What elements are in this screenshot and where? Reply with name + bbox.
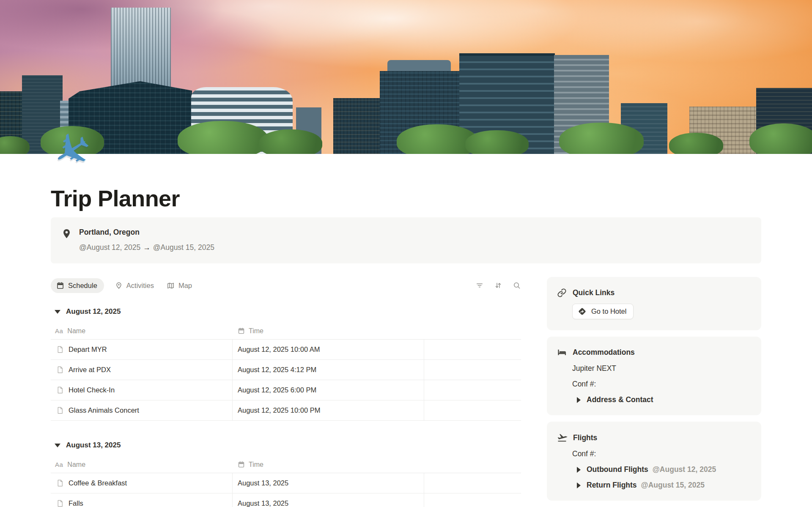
tree — [559, 123, 644, 154]
page-icon — [56, 499, 64, 507]
table-row[interactable]: Arrive at PDX August 12, 2025 4:12 PM — [51, 360, 521, 380]
row-time-cell[interactable]: August 12, 2025 4:12 PM — [233, 360, 424, 380]
row-time-cell[interactable]: August 13, 2025 — [233, 473, 424, 493]
row-time-cell[interactable]: August 13, 2025 — [233, 493, 424, 507]
accommodations-conf-label[interactable]: Conf #: — [572, 380, 750, 389]
page-icon — [56, 366, 64, 374]
tab-schedule-label: Schedule — [68, 282, 97, 290]
page-title[interactable]: Trip Planner — [51, 186, 761, 211]
name-column-label: Name — [67, 461, 85, 469]
navigate-diamond-icon — [578, 307, 587, 316]
return-date-mention[interactable]: @August 15, 2025 — [641, 481, 705, 490]
row-time-value: August 13, 2025 — [238, 499, 288, 507]
outbound-date-mention[interactable]: @August 12, 2025 — [653, 465, 716, 474]
go-to-hotel-label: Go to Hotel — [591, 307, 626, 315]
address-contact-toggle[interactable]: Address & Contact — [577, 395, 750, 404]
section-date: August 13, 2025 — [66, 441, 121, 449]
toggle-right-icon[interactable] — [577, 467, 581, 473]
location-callout[interactable]: Portland, Oregon @August 12, 2025→@Augus… — [51, 217, 761, 263]
sort-icon[interactable] — [494, 281, 502, 290]
schedule-section: August 13, 2025 Aa Name Time Coffee & Br… — [51, 439, 521, 507]
outbound-flights-toggle[interactable]: Outbound Flights @August 12, 2025 — [577, 465, 750, 474]
name-column-header[interactable]: Aa Name — [51, 461, 233, 469]
page-icon — [56, 479, 64, 487]
section-header[interactable]: August 12, 2025 — [51, 306, 521, 318]
bed-icon — [557, 348, 567, 357]
row-name-label: Coffee & Breakfast — [69, 479, 127, 487]
row-name-label: Hotel Check-In — [69, 386, 115, 394]
row-time-cell[interactable]: August 12, 2025 10:00 PM — [233, 400, 424, 420]
row-name-cell[interactable]: Falls — [51, 493, 233, 507]
tab-activities[interactable]: Activities — [113, 278, 156, 293]
tree — [178, 121, 268, 154]
row-extra-cell — [424, 380, 521, 400]
row-name-label: Depart MYR — [69, 345, 107, 354]
table-row[interactable]: Coffee & Breakfast August 13, 2025 — [51, 473, 521, 493]
trip-start-date[interactable]: @August 12, 2025 — [79, 243, 140, 252]
row-time-cell[interactable]: August 12, 2025 6:00 PM — [233, 380, 424, 400]
row-name-cell[interactable]: Coffee & Breakfast — [51, 473, 233, 493]
time-column-header[interactable]: Time — [233, 327, 424, 335]
pin-icon — [115, 282, 123, 289]
tab-activities-label: Activities — [126, 282, 154, 290]
schedule-section: August 12, 2025 Aa Name Time Depart MYR … — [51, 306, 521, 421]
outbound-flights-label: Outbound Flights — [587, 465, 648, 474]
table-row[interactable]: Glass Animals Concert August 12, 2025 10… — [51, 400, 521, 421]
return-flights-toggle[interactable]: Return Flights @August 15, 2025 — [577, 481, 750, 490]
toggle-down-icon[interactable] — [55, 444, 60, 447]
schedule-sections: August 12, 2025 Aa Name Time Depart MYR … — [51, 306, 521, 507]
view-tabs: Schedule Activities Map — [51, 277, 521, 294]
tab-map-label: Map — [178, 282, 192, 290]
search-icon[interactable] — [513, 281, 521, 290]
row-name-cell[interactable]: Glass Animals Concert — [51, 400, 233, 420]
tab-map[interactable]: Map — [165, 278, 194, 293]
table-body: Coffee & Breakfast August 13, 2025 Falls… — [51, 473, 521, 507]
row-name-label: Arrive at PDX — [69, 366, 111, 374]
row-name-label: Falls — [69, 499, 83, 507]
map-icon — [167, 282, 175, 290]
row-time-cell[interactable]: August 12, 2025 10:00 AM — [233, 340, 424, 359]
table-row[interactable]: Falls August 13, 2025 — [51, 493, 521, 507]
page-icon — [56, 406, 64, 414]
airplane-emoji: ✈ — [44, 121, 101, 181]
return-flights-label: Return Flights — [587, 481, 637, 490]
trip-dates: @August 12, 2025→@August 15, 2025 — [79, 243, 214, 252]
view-toolbar — [475, 281, 521, 290]
tree — [259, 129, 322, 154]
name-column-header[interactable]: Aa Name — [51, 327, 233, 335]
row-time-value: August 12, 2025 4:12 PM — [238, 366, 316, 374]
table-row[interactable]: Hotel Check-In August 12, 2025 6:00 PM — [51, 380, 521, 400]
toggle-right-icon[interactable] — [577, 482, 581, 488]
row-name-cell[interactable]: Hotel Check-In — [51, 380, 233, 400]
tree — [749, 123, 812, 154]
quick-links-title: Quick Links — [573, 288, 614, 297]
text-type-icon: Aa — [55, 461, 63, 468]
row-time-value: August 13, 2025 — [238, 479, 288, 487]
time-column-header[interactable]: Time — [233, 461, 424, 469]
tab-schedule[interactable]: Schedule — [51, 278, 104, 293]
row-name-cell[interactable]: Depart MYR — [51, 340, 233, 359]
page-icon-airplane[interactable]: ✈ — [45, 123, 100, 178]
row-extra-cell — [424, 360, 521, 380]
flights-conf-label[interactable]: Conf #: — [572, 449, 750, 458]
filter-icon[interactable] — [475, 281, 484, 290]
time-column-label: Time — [249, 461, 263, 469]
time-column-label: Time — [249, 327, 263, 335]
row-name-cell[interactable]: Arrive at PDX — [51, 360, 233, 380]
flights-card: Flights Conf #: Outbound Flights @August… — [547, 422, 761, 501]
row-name-label: Glass Animals Concert — [69, 406, 139, 414]
toggle-down-icon[interactable] — [55, 310, 60, 314]
row-extra-cell — [424, 340, 521, 359]
schedule-table: Aa Name Time Depart MYR August 12, 2025 … — [51, 323, 521, 421]
toggle-right-icon[interactable] — [577, 397, 581, 403]
trip-end-date[interactable]: @August 15, 2025 — [153, 243, 214, 252]
go-to-hotel-button[interactable]: Go to Hotel — [572, 304, 634, 319]
tree — [465, 130, 529, 154]
table-row[interactable]: Depart MYR August 12, 2025 10:00 AM — [51, 340, 521, 360]
quick-links-card: Quick Links Go to Hotel — [547, 277, 761, 330]
row-time-value: August 12, 2025 10:00 AM — [238, 345, 320, 354]
address-contact-label: Address & Contact — [587, 395, 653, 404]
name-column-label: Name — [67, 327, 85, 335]
table-body: Depart MYR August 12, 2025 10:00 AM Arri… — [51, 340, 521, 421]
section-header[interactable]: August 13, 2025 — [51, 439, 521, 451]
